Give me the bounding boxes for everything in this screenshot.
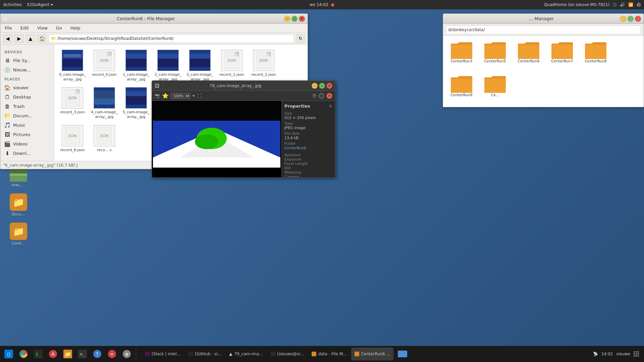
- fm2-folder-centerrun7[interactable]: CenterRun7: [547, 39, 577, 70]
- taskbar-icon-files[interactable]: 📁: [61, 347, 75, 361]
- file-item-6[interactable]: JSON record_2.json: [249, 48, 279, 84]
- taskbar-icon-update[interactable]: A: [46, 347, 60, 361]
- fm2-folder-centerrun8[interactable]: CenterRun8: [581, 39, 611, 70]
- fm-address-text: /home/sieuwe/Desktop/StraightRoadDataSet…: [57, 36, 174, 41]
- taskbar-icon-terminal2[interactable]: >_: [75, 347, 90, 361]
- file-item-9[interactable]: 5_cam-image_array_.jpg: [121, 85, 151, 122]
- iv-maximize-button[interactable]: +: [319, 83, 325, 89]
- file-item-1[interactable]: JSON record_0.json: [89, 48, 119, 84]
- file-item-4[interactable]: 3_cam-image_array_.jpg: [185, 48, 215, 84]
- taskbar-icon-terminal[interactable]: $_: [31, 347, 45, 361]
- file-item-2-label: 1_cam-image_array_.jpg: [123, 72, 150, 82]
- taskbar-window-imageviewer[interactable]: ▲ 79_cam-ima...: [226, 348, 266, 360]
- taskbar-network-icon: 📡: [593, 352, 598, 356]
- iv-expand-button[interactable]: ⊕: [318, 93, 324, 99]
- iv-minimize-button[interactable]: —: [312, 83, 318, 89]
- top-bar: Activities X2GoAgent ▾ wo 14:02 ● QuadHo…: [0, 0, 644, 9]
- sidebar-item-nieuw[interactable]: 💿 Nieuw...: [0, 65, 54, 74]
- fm-menu-view[interactable]: View: [36, 25, 49, 31]
- iv-body: Properties ✕ Size 512 × 256 pixels Type …: [152, 101, 335, 177]
- sidebar-item-trash[interactable]: 🗑 Trash: [0, 102, 54, 111]
- iv-zoom-select[interactable]: 100%50%200%: [171, 93, 191, 99]
- desktop-icon-docu[interactable]: 📁 Docu...: [5, 192, 32, 218]
- sidebar-item-sieuwe[interactable]: 🏠 sieuwe: [0, 83, 54, 92]
- file-item-8[interactable]: 4_cam-image_array_.jpg: [89, 85, 119, 122]
- taskbar-icon-chrome[interactable]: [16, 347, 31, 361]
- file-item-0[interactable]: 0_cam-image_array_.jpg: [57, 48, 88, 84]
- fm2-minimize-button[interactable]: [620, 16, 626, 22]
- taskbar-icon-help[interactable]: ?: [90, 347, 104, 361]
- svg-rect-29: [94, 99, 114, 105]
- taskbar-icon-vscode[interactable]: ⟨⟩: [2, 347, 16, 361]
- taskbar-dot-slack: [145, 352, 150, 356]
- svg-rect-5: [64, 54, 81, 57]
- fm2-address-bar[interactable]: d/donkeycar/data/: [446, 25, 641, 34]
- svg-rect-54: [484, 45, 506, 59]
- sidebar-item-desktop[interactable]: 🗒 Desktop: [0, 92, 54, 102]
- sidebar-item-documents[interactable]: 📁 Docum...: [0, 111, 54, 120]
- fm-menu-edit[interactable]: Edit: [19, 25, 31, 31]
- svg-text:?: ?: [96, 351, 98, 357]
- iv-metering-label: Metering: [284, 170, 332, 175]
- fm-address-bar[interactable]: 📁 /home/sieuwe/Desktop/StraightRoadDataS…: [49, 34, 294, 43]
- fm-minimize-button[interactable]: —: [284, 16, 290, 22]
- taskbar-apps-grid-button[interactable]: [634, 351, 639, 357]
- iv-close-button[interactable]: ✕: [326, 83, 332, 89]
- file-item-15[interactable]: JSON reco... s: [89, 123, 119, 154]
- sidebar-item-filesystem[interactable]: 🖥 File Sy...: [0, 56, 54, 65]
- iv-toolbar-close[interactable]: ✕: [326, 93, 332, 99]
- fm2-folder-centerrun5[interactable]: CenterRun5: [480, 39, 510, 70]
- iv-zoom-down-icon[interactable]: ▾: [193, 93, 195, 98]
- sidebar-item-music[interactable]: 🎵 Music: [0, 120, 54, 130]
- fm-sidebar: DEVICES 🖥 File Sy... 💿 Nieuw... PLACES 🏠…: [0, 45, 54, 161]
- fm-maximize-button[interactable]: □: [291, 16, 298, 22]
- fm-back-button[interactable]: ◀: [3, 34, 12, 43]
- taskbar-dot-data: [312, 352, 316, 356]
- fm2-content: CenterRun3 CenterRun5 CenterRun6: [443, 36, 644, 107]
- svg-text:JSON: JSON: [68, 134, 77, 138]
- fm2-folder-centerrun3[interactable]: CenterRun3: [446, 39, 477, 70]
- x2go-button[interactable]: X2GoAgent ▾: [27, 2, 53, 7]
- sidebar-item-filesystem-label: File Sy...: [13, 58, 31, 63]
- taskbar-window-github[interactable]: [GitHub - si...: [185, 348, 225, 360]
- file-item-3[interactable]: 2_cam-image_array_.jpg: [153, 48, 183, 84]
- iv-fullscreen-icon[interactable]: ⛶: [197, 93, 202, 99]
- activities-button[interactable]: Activities: [3, 2, 22, 7]
- fm-up-button[interactable]: ▲: [26, 34, 35, 43]
- fm2-close-button[interactable]: [635, 16, 641, 22]
- fm2-folder-centerrun6[interactable]: CenterRun6: [514, 39, 544, 70]
- taskbar-window-centerrun6[interactable]: CenterRun6 ...: [351, 348, 393, 360]
- fm2-maximize-button[interactable]: [628, 16, 634, 22]
- fm2-folder-centerrun9[interactable]: CenterRun9: [446, 73, 477, 104]
- fm-menu-go[interactable]: Go: [54, 25, 64, 31]
- sidebar-item-videos[interactable]: 🎬 Videos: [0, 139, 54, 148]
- taskbar-window-data[interactable]: data - File M...: [308, 348, 350, 360]
- taskbar-window-slack[interactable]: [Slack | intel...: [142, 348, 184, 360]
- taskbar-icon-custom[interactable]: ✿: [120, 347, 134, 361]
- file-item-14[interactable]: JSON record_8.json: [57, 123, 88, 154]
- taskbar-window-screenshot[interactable]: [394, 348, 411, 360]
- svg-rect-15: [190, 54, 210, 59]
- desktop-icon-contr[interactable]: 📁 Contr...: [5, 221, 32, 247]
- taskbar-window-terminal[interactable]: [sieuwe@si...: [267, 348, 307, 360]
- fm-menu-file[interactable]: File: [3, 25, 14, 31]
- file-item-2[interactable]: 1_cam-image_array_.jpg: [121, 48, 151, 84]
- sidebar-item-pictures[interactable]: 🖼 Pictures: [0, 130, 54, 139]
- sidebar-item-downloads[interactable]: ⬇ Downl...: [0, 148, 54, 158]
- filesystem-icon: 🖥: [4, 57, 10, 63]
- file-item-7[interactable]: JSON record_3.json: [57, 85, 88, 122]
- fm-refresh-button[interactable]: ↻: [296, 34, 305, 43]
- iv-menu-icon[interactable]: ☰: [312, 93, 316, 98]
- iv-properties-close-icon[interactable]: ✕: [329, 104, 332, 109]
- fm-close-button[interactable]: ✕: [299, 16, 305, 22]
- fm-status-text: "6_cam-image-array_.jpg" (16,7 kB) J: [3, 163, 77, 168]
- fm-home-button[interactable]: 🏠: [37, 34, 47, 43]
- fm2-folder-centerrun-more[interactable]: Ce...: [480, 73, 510, 104]
- iv-folder-value[interactable]: CenterRun6: [284, 146, 332, 150]
- file-item-5[interactable]: JSON record_1.json: [217, 48, 247, 84]
- fm-menu-help[interactable]: Help: [69, 25, 82, 31]
- fm-forward-button[interactable]: ▶: [14, 34, 24, 43]
- iv-camera-label: Camera: [284, 175, 332, 177]
- taskbar-icon-tomboy[interactable]: ✏: [105, 347, 119, 361]
- x2go-chevron-icon: ▾: [51, 2, 53, 7]
